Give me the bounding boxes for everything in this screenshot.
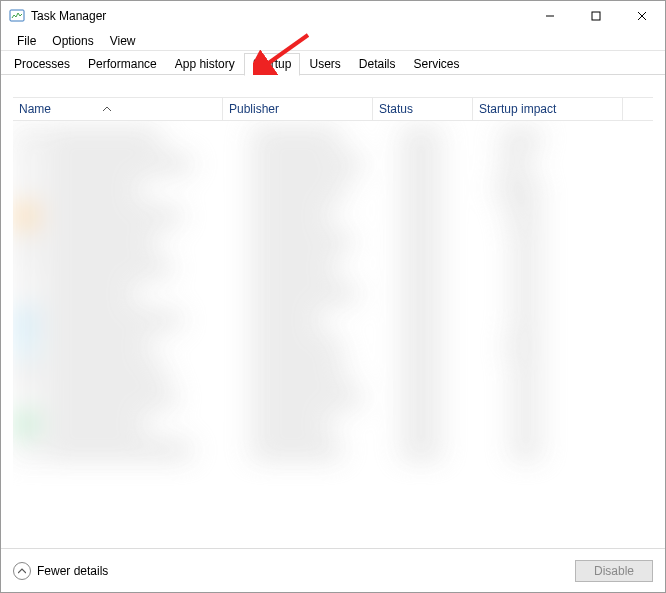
titlebar: Task Manager bbox=[1, 1, 665, 31]
app-icon bbox=[9, 8, 25, 24]
column-status[interactable]: Status bbox=[373, 98, 473, 120]
svg-rect-2 bbox=[592, 12, 600, 20]
disable-button[interactable]: Disable bbox=[575, 560, 653, 582]
tab-startup[interactable]: Startup bbox=[244, 53, 301, 76]
menubar: File Options View bbox=[1, 31, 665, 51]
footer: Fewer details Disable bbox=[1, 548, 665, 592]
column-impact[interactable]: Startup impact bbox=[473, 98, 623, 120]
menu-options[interactable]: Options bbox=[44, 32, 101, 50]
column-name-label: Name bbox=[19, 102, 51, 116]
menu-file[interactable]: File bbox=[9, 32, 44, 50]
task-manager-window: Task Manager File Options View Processes… bbox=[0, 0, 666, 593]
fewer-details-label: Fewer details bbox=[37, 564, 108, 578]
tab-details[interactable]: Details bbox=[350, 53, 405, 75]
column-status-label: Status bbox=[379, 102, 413, 116]
blurred-content bbox=[13, 125, 653, 485]
content-area: Name Publisher Status Startup impact bbox=[1, 75, 665, 548]
minimize-button[interactable] bbox=[527, 1, 573, 31]
column-impact-label: Startup impact bbox=[479, 102, 556, 116]
fewer-details-button[interactable]: Fewer details bbox=[13, 562, 108, 580]
menu-view[interactable]: View bbox=[102, 32, 144, 50]
window-title: Task Manager bbox=[31, 9, 106, 23]
chevron-up-icon bbox=[13, 562, 31, 580]
column-headers: Name Publisher Status Startup impact bbox=[13, 97, 653, 121]
tabstrip: Processes Performance App history Startu… bbox=[1, 51, 665, 75]
close-button[interactable] bbox=[619, 1, 665, 31]
column-filler bbox=[623, 98, 653, 120]
maximize-button[interactable] bbox=[573, 1, 619, 31]
tab-performance[interactable]: Performance bbox=[79, 53, 166, 75]
disable-button-label: Disable bbox=[594, 564, 634, 578]
tab-processes[interactable]: Processes bbox=[5, 53, 79, 75]
column-publisher-label: Publisher bbox=[229, 102, 279, 116]
tab-users[interactable]: Users bbox=[300, 53, 349, 75]
window-controls bbox=[527, 1, 665, 31]
tab-services[interactable]: Services bbox=[405, 53, 469, 75]
column-publisher[interactable]: Publisher bbox=[223, 98, 373, 120]
sort-ascending-icon bbox=[103, 104, 111, 114]
column-name[interactable]: Name bbox=[13, 98, 223, 120]
tab-app-history[interactable]: App history bbox=[166, 53, 244, 75]
startup-list[interactable] bbox=[13, 121, 653, 548]
